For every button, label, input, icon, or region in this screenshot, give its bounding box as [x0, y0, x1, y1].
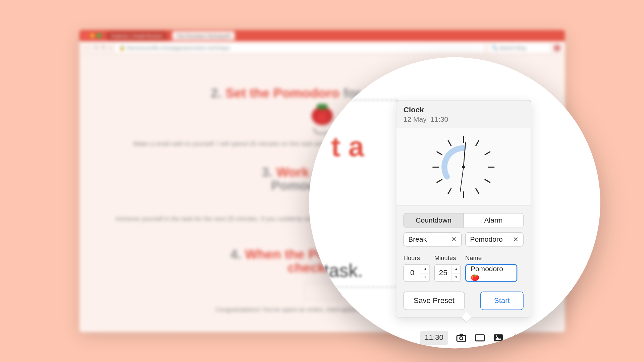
partial-heading: t a — [331, 130, 364, 163]
hours-label: Hours — [404, 254, 430, 261]
save-preset-button[interactable]: Save Preset — [404, 292, 465, 310]
close-icon[interactable]: ✕ — [451, 236, 457, 244]
address-bar: ‹ › ✕ ↻ ⌂ 🔒 francescocirillo.com/pages/p… — [79, 41, 565, 54]
tab-bar: Features | Vivaldi Browser The Pomodoro … — [79, 30, 565, 41]
tab-label: Features | Vivaldi Browser — [111, 33, 163, 38]
svg-line-9 — [437, 179, 442, 182]
hours-stepper[interactable]: 0 ▲ ▼ — [404, 264, 430, 282]
zoom-lens: t a on a task. Clock 12 May 11:30 — [309, 57, 600, 349]
start-button[interactable]: Start — [480, 292, 524, 310]
tab-alarm[interactable]: Alarm — [464, 214, 523, 228]
url-text: francescocirillo.com/pages/pomodoro-tech… — [127, 45, 230, 51]
status-bar: 11:30 Re — [420, 331, 540, 345]
status-text-fragment: Re — [530, 334, 540, 342]
svg-line-5 — [485, 152, 490, 155]
status-clock[interactable]: 11:30 — [420, 331, 448, 345]
reload-icon[interactable]: ↻ — [102, 45, 106, 51]
panel-toggle-icon[interactable] — [474, 334, 485, 342]
mode-tabs: Countdown Alarm — [404, 213, 524, 228]
svg-rect-18 — [494, 334, 502, 341]
clock-face — [396, 128, 531, 206]
panel-title: Clock — [404, 106, 524, 115]
capture-icon[interactable] — [456, 334, 467, 342]
search-field[interactable]: 🔍 Search Bing — [488, 43, 550, 52]
svg-line-6 — [485, 179, 490, 182]
search-icon: 🔍 — [492, 45, 498, 51]
stepper-up-icon[interactable]: ▲ — [421, 264, 429, 273]
minutes-stepper[interactable]: 25 ▲ ▼ — [434, 264, 461, 282]
window-maximize-icon[interactable] — [97, 34, 101, 38]
svg-point-14 — [462, 166, 465, 169]
window-close-icon[interactable] — [83, 34, 87, 38]
svg-line-7 — [476, 188, 479, 193]
name-label: Name — [465, 254, 524, 261]
preset-chip-break[interactable]: Break ✕ — [404, 232, 462, 246]
name-value: Pomodoro 🍅 — [471, 265, 512, 281]
window-minimize-icon[interactable] — [90, 34, 94, 38]
hours-value: 0 — [404, 264, 421, 281]
home-icon[interactable]: ⌂ — [109, 45, 112, 51]
url-field[interactable]: 🔒 francescocirillo.com/pages/pomodoro-te… — [116, 43, 485, 52]
image-icon[interactable] — [493, 334, 503, 342]
chip-label: Pomodoro — [470, 236, 503, 244]
stepper-down-icon[interactable]: ▼ — [421, 273, 429, 281]
minutes-label: Minutes — [434, 254, 461, 261]
minutes-value: 25 — [435, 264, 451, 281]
code-icon[interactable] — [512, 334, 522, 342]
tomato-icon — [312, 107, 333, 125]
browser-tab[interactable]: Features | Vivaldi Browser — [107, 31, 167, 40]
stepper-up-icon[interactable]: ▲ — [452, 264, 461, 273]
chip-label: Break — [408, 236, 427, 244]
svg-rect-17 — [475, 335, 484, 341]
stepper-down-icon[interactable]: ▼ — [452, 273, 461, 281]
svg-line-10 — [437, 152, 442, 155]
name-field[interactable]: Pomodoro 🍅 — [465, 264, 517, 282]
svg-line-8 — [448, 188, 451, 193]
search-placeholder: Search Bing — [499, 45, 526, 51]
browser-tab-active[interactable]: The Pomodoro Technique® — [172, 31, 235, 40]
preset-chip-pomodoro[interactable]: Pomodoro ✕ — [465, 232, 524, 246]
clock-panel: Clock 12 May 11:30 — [396, 100, 531, 318]
panel-header: Clock 12 May 11:30 — [396, 101, 531, 128]
lock-icon: 🔒 — [119, 45, 125, 51]
svg-line-13 — [460, 167, 464, 192]
back-icon[interactable]: ‹ — [84, 45, 86, 51]
profile-icon[interactable] — [553, 44, 560, 51]
forward-icon[interactable]: › — [89, 45, 91, 51]
svg-point-16 — [460, 337, 463, 340]
svg-line-11 — [448, 140, 451, 145]
svg-point-20 — [496, 335, 497, 337]
close-icon[interactable]: ✕ — [513, 236, 519, 244]
panel-datetime: 12 May 11:30 — [404, 116, 524, 124]
svg-line-4 — [476, 140, 479, 145]
tab-countdown[interactable]: Countdown — [404, 214, 464, 228]
tab-label: The Pomodoro Technique® — [177, 33, 230, 38]
stop-icon[interactable]: ✕ — [94, 45, 98, 51]
